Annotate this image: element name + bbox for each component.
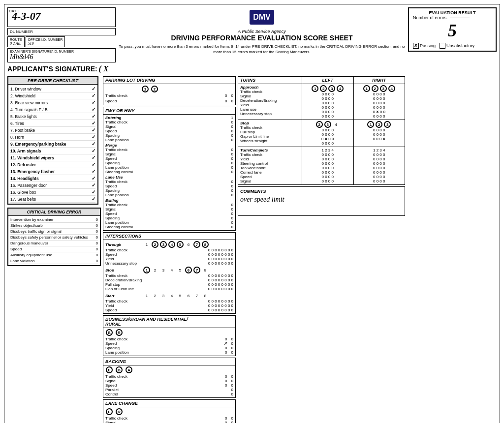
eval-pass-row: ✗ Passing Unsatisfactory	[413, 43, 492, 49]
fwy-row: Traffic check0	[105, 203, 233, 207]
examiner-label: EXAMINER'S SIGNATURE/I.D. NUMBER	[10, 50, 113, 53]
critical-item: Speed 0	[10, 246, 98, 252]
list-item: 9. Emergency/parking brake ✓	[10, 141, 95, 148]
unsatisfactory-checkbox	[440, 43, 445, 49]
fwy-row: Spacing0	[105, 133, 233, 138]
fwy-row: Lane position0	[105, 220, 233, 225]
backing-circles: E B A	[105, 366, 233, 373]
route-value: 0 2 Atl.	[10, 41, 22, 46]
fwy-exiting-label: Exiting	[105, 198, 233, 203]
backing-row: Speed00	[105, 383, 233, 388]
critical-item: Dangerous maneuver 0	[10, 241, 98, 246]
fwy-row: Speed0	[105, 156, 233, 161]
inter-row: Traffic check 0 0 0 0 0 0 0 0	[105, 273, 233, 278]
fwy-row: Speed0	[105, 212, 233, 216]
fwy-row: Lane position0	[105, 193, 233, 197]
approach-section: Approach Traffic check Signal Decelerati…	[238, 84, 405, 120]
approach-row: Unnecessary stop	[240, 112, 300, 116]
tc-right-vals: 1 2 3 4 0 0 0 0 0 0 0 0 0 0 0 0 0 0 0 0 …	[354, 147, 405, 184]
backing-body: E B A Traffic check00 Signal00 Speed00 P…	[103, 365, 235, 397]
score-sheet-page: DATE 4-3-07 DL NUMBER ROUTE 0 2 Atl. OFF…	[4, 4, 500, 423]
agency-text: A Public Service Agency	[116, 29, 408, 34]
list-item: 13. Emergency flasher ✓	[10, 168, 95, 175]
date-label: DATE	[9, 9, 19, 13]
turn-complete-section: Turn/Complete Traffic check Yield Steeri…	[238, 147, 405, 184]
eval-result-box: EVALUATION RESULT Number of errors: 5 ✗ …	[408, 7, 497, 52]
list-item: 16. Glove box ✓	[10, 189, 95, 196]
route-box: ROUTE 0 2 Atl.	[7, 36, 25, 47]
middle-column: PARKING LOT DRIVING 1 2 Traffic check 00…	[103, 76, 236, 423]
business-body: B R Traffic check00 Speed✗0 Spacing00 La…	[103, 328, 235, 356]
backing-header: BACKING	[103, 358, 235, 365]
pre-drive-header: PRE-DRIVE CHECKLIST	[8, 77, 97, 85]
list-item: 3. Rear view mirrors ✓	[10, 99, 95, 106]
critical-item: Strikes object/curb 0	[10, 223, 98, 229]
eval-title: EVALUATION RESULT	[413, 10, 492, 15]
stop-header-row: Stop 1 2 3 4 5 6 7 8	[105, 267, 233, 273]
lane-change-circles: L R	[105, 408, 233, 415]
inter-row: Traffic check 0 0 0 0 0 0 0 0	[105, 299, 233, 303]
approach-row: Yield	[240, 103, 300, 107]
inter-row: Deceleration/Braking 0 0 0 0 0 0 0 0	[105, 278, 233, 282]
fwy-header: FWY OR HWY	[103, 107, 235, 115]
unsatisfactory-label: Unsatisfactory	[446, 43, 474, 48]
inter-row: Yield 0 0 0 0 0 0 0 0	[105, 257, 233, 261]
list-item: 14. Headlights ✓	[10, 175, 95, 182]
eval-number: 5	[413, 20, 492, 41]
approach-row: Lane use	[240, 107, 300, 112]
fwy-row: Steering control0	[105, 170, 233, 174]
business-section: BUSINESS/URBAN AND RESIDENTIAL/RURAL B R…	[103, 315, 236, 356]
comments-value: over speed limit	[240, 196, 403, 204]
critical-item: Auxiliary equipment use 0	[10, 252, 98, 258]
business-row: Speed✗0	[105, 341, 233, 346]
eval-errors-row: Number of errors:	[413, 15, 492, 20]
fwy-section: FWY OR HWY Entering 1 Traffic check0 Sig…	[103, 107, 236, 231]
approach-right-vals: 1 2 3 4 0 0 0 0 0 0 0 0 0 0 0 0 0 0 0 0 …	[354, 84, 405, 120]
turns-section: TURNS LEFT RIGHT Approach Traffic check …	[238, 76, 405, 185]
critical-section: CRITICAL DRIVING ERROR Intervention by e…	[7, 208, 101, 266]
list-item: 11. Windshield wipers ✓	[10, 154, 95, 161]
list-item: 10. Arm signals ✓	[10, 148, 95, 154]
fwy-row: Traffic check0	[105, 180, 233, 184]
fwy-row: Spacing0	[105, 216, 233, 220]
backing-row: Signal00	[105, 379, 233, 383]
list-item: 7. Foot brake ✓	[10, 127, 95, 134]
comments-section: COMMENTS over speed limit	[238, 186, 405, 216]
left-column: PRE-DRIVE CHECKLIST 1. Driver window ✓ 2…	[7, 76, 101, 266]
parking-lot-section: PARKING LOT DRIVING 1 2 Traffic check 00…	[103, 76, 236, 105]
business-row: Spacing00	[105, 346, 233, 350]
top-header: DATE 4-3-07 DL NUMBER ROUTE 0 2 Atl. OFF…	[7, 7, 497, 62]
fwy-row: Lane position0	[105, 138, 233, 142]
inter-row: Gap or Limit line 0 0 0 0 0 0 0 0	[105, 287, 233, 291]
turns-header-row: TURNS LEFT RIGHT	[238, 77, 405, 84]
critical-item: Intervention by examiner 0	[10, 217, 98, 223]
date-box: DATE 4-3-07	[7, 7, 116, 27]
inter-row: Traffic check 0 0 0 0 0 0 0 0	[105, 248, 233, 252]
fwy-row: Spacing0	[105, 188, 233, 193]
list-item: 8. Horn ✓	[10, 134, 95, 141]
business-row: Traffic check00	[105, 337, 233, 341]
comments-label: COMMENTS	[240, 189, 403, 194]
approach-row: Traffic check	[240, 90, 300, 94]
intersections-body: Through 1 2 3 4 5 6 7 8 Traffic check 0 …	[103, 240, 235, 313]
inter-row: Full stop 0 0 0 0 0 0 0 0	[105, 282, 233, 287]
applicant-sig-row: APPLICANT'S SIGNATURE: ( X	[7, 64, 497, 73]
lc-row: Traffic check00	[105, 416, 233, 421]
inter-row: Speed 0 0 0 0 0 0 0 0	[105, 308, 233, 312]
dmv-logo: DMV	[116, 7, 408, 28]
inter-row: Speed 0 0 0 0 0 0 0 0	[105, 252, 233, 257]
list-item: 15. Passenger door ✓	[10, 182, 95, 189]
business-header: BUSINESS/URBAN AND RESIDENTIAL/RURAL	[103, 316, 235, 328]
through-header-row: Through 1 2 3 4 5 6 7 8	[105, 241, 233, 248]
list-item: 12. Defroster ✓	[10, 161, 95, 168]
fwy-lane-use-label: Lane Use	[105, 175, 233, 180]
parking-lot-header: PARKING LOT DRIVING	[103, 77, 235, 84]
tc-labels: Turn/Complete Traffic check Yield Steeri…	[238, 147, 302, 184]
errors-blank	[450, 18, 470, 18]
critical-item: Disobeys safety personnel or safety vehi…	[10, 235, 98, 241]
pre-drive-section: PRE-DRIVE CHECKLIST 1. Driver window ✓ 2…	[7, 76, 98, 205]
fwy-row: Speed0	[105, 129, 233, 133]
lane-change-header: LANE CHANGE	[103, 400, 235, 407]
list-item: 4. Turn signals F / B ✓	[10, 106, 95, 113]
applicant-sig-label: APPLICANT'S SIGNATURE:	[7, 65, 97, 73]
